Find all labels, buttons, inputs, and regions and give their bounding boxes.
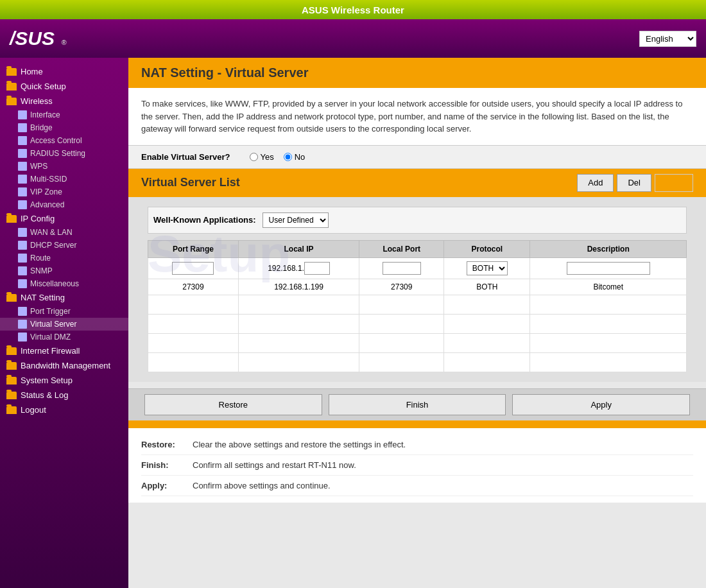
sidebar-item-radius-setting[interactable]: RADIUS Setting <box>0 147 128 160</box>
col-description: Description <box>530 240 687 257</box>
language-selector[interactable]: English Chinese Japanese Korean <box>639 31 696 47</box>
sidebar-item-route[interactable]: Route <box>0 252 128 264</box>
sidebar-item-bandwidth-management[interactable]: Bandwidth Management <box>0 358 128 373</box>
sidebar-item-advanced[interactable]: Advanced <box>0 198 128 211</box>
help-desc-apply: Confirm above settings and continue. <box>193 481 331 490</box>
page-icon <box>18 266 27 275</box>
restore-button[interactable]: Restore <box>144 394 322 415</box>
sidebar-label-dhcp-server: DHCP Server <box>30 241 76 250</box>
sidebar-item-miscellaneous[interactable]: Miscellaneous <box>0 277 128 290</box>
cell-description-input[interactable] <box>530 257 687 279</box>
top-bar-title: ASUS Wireless Router <box>302 4 404 15</box>
finish-button[interactable]: Finish <box>329 394 506 415</box>
cell-protocol-input[interactable]: BOTH TCP UDP <box>444 257 530 279</box>
help-section: Restore: Clear the above settings and re… <box>128 428 706 503</box>
accent-bar <box>128 420 706 428</box>
sidebar-item-virtual-server[interactable]: Virtual Server <box>0 318 128 331</box>
enable-yes-radio[interactable] <box>250 153 258 161</box>
local-ip-suffix-input[interactable] <box>304 262 330 275</box>
sidebar-label-miscellaneous: Miscellaneous <box>30 279 79 288</box>
sidebar-item-virtual-dmz[interactable]: Virtual DMZ <box>0 331 128 343</box>
page-icon <box>18 279 27 288</box>
sidebar-item-snmp[interactable]: SNMP <box>0 264 128 277</box>
page-icon <box>18 254 27 263</box>
vsl-header: Virtual Server List Add Del <box>128 169 706 197</box>
sidebar-item-logout[interactable]: Logout <box>0 402 128 417</box>
sidebar-label-multi-ssid: Multi-SSID <box>30 175 67 184</box>
enable-row: Enable Virtual Server? Yes No <box>128 146 706 169</box>
sidebar-label-system-setup: System Setup <box>21 376 73 385</box>
description-input[interactable] <box>567 262 650 275</box>
del-button[interactable]: Del <box>617 174 651 192</box>
page-icon <box>18 333 27 342</box>
sidebar-item-quick-setup[interactable]: Quick Setup <box>0 79 128 94</box>
col-port-range: Port Range <box>148 240 239 257</box>
sidebar-label-nat-setting: NAT Setting <box>21 293 65 302</box>
apply-button[interactable]: Apply <box>512 394 690 415</box>
sidebar-item-port-trigger[interactable]: Port Trigger <box>0 305 128 318</box>
empty-row <box>148 314 687 333</box>
page-icon <box>18 241 27 250</box>
folder-icon <box>6 392 17 399</box>
protocol-select[interactable]: BOTH TCP UDP <box>467 261 508 275</box>
sidebar-label-bandwidth-management: Bandwidth Management <box>21 361 110 370</box>
sidebar-item-access-control[interactable]: Access Control <box>0 134 128 147</box>
sidebar: Home Quick Setup Wireless Interface Brid… <box>0 58 128 588</box>
sidebar-item-bridge[interactable]: Bridge <box>0 121 128 134</box>
enable-no-radio[interactable] <box>284 153 292 161</box>
folder-icon <box>6 406 17 414</box>
sidebar-item-dhcp-server[interactable]: DHCP Server <box>0 239 128 252</box>
folder-icon <box>6 68 17 76</box>
sidebar-label-access-control: Access Control <box>30 136 82 145</box>
help-row-restore: Restore: Clear the above settings and re… <box>141 435 693 455</box>
sidebar-item-home[interactable]: Home <box>0 64 128 79</box>
sidebar-item-nat-setting[interactable]: NAT Setting <box>0 290 128 305</box>
enable-no-label: No <box>295 152 306 162</box>
page-icon <box>18 320 27 329</box>
sidebar-label-route: Route <box>30 254 51 263</box>
sidebar-item-vip-zone[interactable]: VIP Zone <box>0 186 128 198</box>
page-icon <box>18 110 27 119</box>
local-port-input[interactable] <box>383 262 421 275</box>
table-area: Well-Known Applications: User Defined WW… <box>128 197 706 382</box>
cell-port-range-input[interactable] <box>148 257 239 279</box>
content-area: Setup NAT Setting - Virtual Server To ma… <box>128 58 706 588</box>
port-range-input[interactable] <box>172 262 214 275</box>
sidebar-label-internet-firewall: Internet Firewall <box>21 346 80 356</box>
enable-no-option[interactable]: No <box>284 152 306 162</box>
enable-yes-label: Yes <box>261 152 274 162</box>
well-known-select[interactable]: User Defined WWW FTP SSH SMTP POP3 Telne… <box>263 212 329 228</box>
well-known-row: Well-Known Applications: User Defined WW… <box>148 207 687 234</box>
vsl-title: Virtual Server List <box>141 176 240 189</box>
sidebar-label-virtual-server: Virtual Server <box>30 320 76 329</box>
sidebar-label-wps: WPS <box>30 162 47 171</box>
empty-row <box>148 333 687 352</box>
table-row: 27309 192.168.1.199 27309 BOTH Bitcomet <box>148 279 687 295</box>
add-button[interactable]: Add <box>577 174 614 192</box>
sidebar-label-bridge: Bridge <box>30 123 53 132</box>
help-desc-restore: Clear the above settings and restore the… <box>193 440 406 449</box>
sidebar-label-ip-config: IP Config <box>21 214 55 223</box>
input-row: 192.168.1. BOTH TCP UDP <box>148 257 687 279</box>
language-dropdown[interactable]: English Chinese Japanese Korean <box>639 31 696 47</box>
enable-yes-option[interactable]: Yes <box>250 152 274 162</box>
sidebar-label-vip-zone: VIP Zone <box>30 187 62 196</box>
sidebar-label-home: Home <box>21 67 43 76</box>
sidebar-item-ip-config[interactable]: IP Config <box>0 211 128 226</box>
page-icon <box>18 136 27 145</box>
sidebar-label-interface: Interface <box>30 110 60 119</box>
sidebar-item-system-setup[interactable]: System Setup <box>0 373 128 388</box>
sidebar-item-wps[interactable]: WPS <box>0 160 128 173</box>
help-desc-finish: Confirm all settings and restart RT-N11 … <box>193 460 356 470</box>
sidebar-item-status-log[interactable]: Status & Log <box>0 388 128 402</box>
sidebar-item-internet-firewall[interactable]: Internet Firewall <box>0 343 128 358</box>
sidebar-item-multi-ssid[interactable]: Multi-SSID <box>0 173 128 186</box>
sidebar-item-wan-lan[interactable]: WAN & LAN <box>0 226 128 239</box>
sidebar-item-wireless[interactable]: Wireless <box>0 94 128 108</box>
page-icon <box>18 123 27 132</box>
sidebar-item-interface[interactable]: Interface <box>0 108 128 121</box>
cell-local-port-input[interactable] <box>359 257 444 279</box>
table-header-row: Port Range Local IP Local Port Protocol … <box>148 240 687 257</box>
help-row-finish: Finish: Confirm all settings and restart… <box>141 455 693 476</box>
cell-local-ip-input[interactable]: 192.168.1. <box>238 257 359 279</box>
